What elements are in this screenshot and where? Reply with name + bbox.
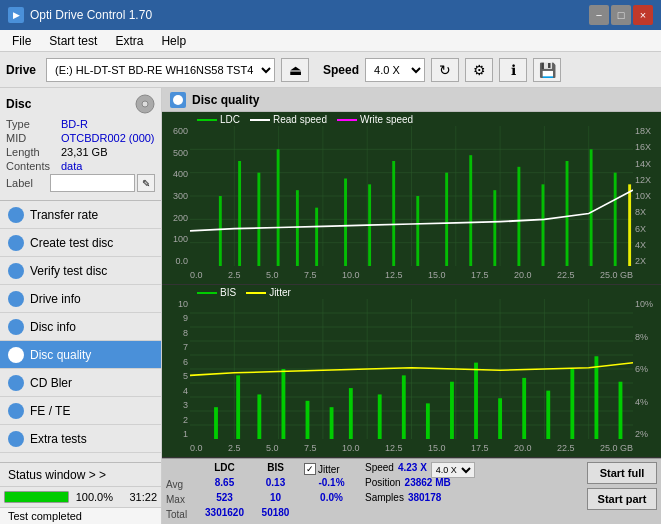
chart-ldc: LDC Read speed Write speed 600 500 400 3… bbox=[162, 112, 661, 285]
menu-start-test[interactable]: Start test bbox=[41, 32, 105, 50]
label-input[interactable] bbox=[50, 174, 135, 192]
mid-value: OTCBDR002 (000) bbox=[61, 132, 155, 144]
status-window-label: Status window > > bbox=[8, 468, 106, 482]
chart2-svg bbox=[190, 299, 633, 439]
main-layout: Disc Type BD-R MID OTCBDR002 (000) Lengt… bbox=[0, 88, 661, 524]
progress-time: 31:22 bbox=[117, 491, 157, 503]
svg-rect-28 bbox=[469, 155, 472, 266]
svg-rect-30 bbox=[517, 167, 520, 266]
svg-rect-70 bbox=[594, 356, 598, 439]
progress-text: 100.0% bbox=[73, 491, 113, 503]
svg-point-2 bbox=[173, 95, 183, 105]
svg-rect-56 bbox=[257, 394, 261, 439]
nav-icon-create-test-disc bbox=[8, 235, 24, 251]
status-window-button[interactable]: Status window > > bbox=[0, 463, 161, 487]
stats-bar: Avg Max Total LDC 8.65 523 3301620 BIS 0… bbox=[162, 458, 661, 524]
progress-row: 100.0% 31:22 bbox=[0, 487, 161, 507]
bis-avg: 0.13 bbox=[253, 477, 298, 491]
nav-label-fe-te: FE / TE bbox=[30, 404, 70, 418]
nav-item-drive-info[interactable]: Drive info bbox=[0, 285, 161, 313]
svg-rect-32 bbox=[566, 161, 569, 266]
svg-rect-23 bbox=[344, 179, 347, 267]
start-full-button[interactable]: Start full bbox=[587, 462, 657, 484]
nav-label-disc-info: Disc info bbox=[30, 320, 76, 334]
nav-icon-transfer-rate bbox=[8, 207, 24, 223]
content-header: Disc quality bbox=[162, 88, 661, 112]
nav-label-extra-tests: Extra tests bbox=[30, 432, 87, 446]
nav-item-fe-te[interactable]: FE / TE bbox=[0, 397, 161, 425]
svg-rect-67 bbox=[522, 378, 526, 439]
svg-rect-65 bbox=[474, 363, 478, 439]
status-text: Test completed bbox=[0, 507, 161, 524]
position-label: Position bbox=[365, 477, 401, 491]
menu-file[interactable]: File bbox=[4, 32, 39, 50]
svg-rect-63 bbox=[426, 403, 430, 439]
sidebar: Disc Type BD-R MID OTCBDR002 (000) Lengt… bbox=[0, 88, 162, 524]
samples-value: 380178 bbox=[408, 492, 441, 506]
svg-rect-58 bbox=[306, 401, 310, 439]
app-title: Opti Drive Control 1.70 bbox=[30, 8, 152, 22]
svg-rect-17 bbox=[219, 196, 222, 266]
save-button[interactable]: 💾 bbox=[533, 58, 561, 82]
svg-rect-68 bbox=[546, 391, 550, 439]
disc-title: Disc bbox=[6, 97, 31, 111]
jitter-checkbox[interactable]: ✓ bbox=[304, 463, 316, 475]
speed-label: Speed bbox=[323, 63, 359, 77]
drive-select[interactable]: (E:) HL-DT-ST BD-RE WH16NS58 TST4 bbox=[46, 58, 275, 82]
nav-items: Transfer rate Create test disc Verify te… bbox=[0, 201, 161, 462]
nav-label-disc-quality: Disc quality bbox=[30, 348, 91, 362]
nav-item-disc-quality[interactable]: Disc quality bbox=[0, 341, 161, 369]
speed-stat-value: 4.23 X bbox=[398, 462, 427, 476]
nav-label-create-test-disc: Create test disc bbox=[30, 236, 113, 250]
minimize-button[interactable]: − bbox=[589, 5, 609, 25]
nav-item-verify-test-disc[interactable]: Verify test disc bbox=[0, 257, 161, 285]
svg-rect-64 bbox=[450, 382, 454, 439]
app-icon: ▶ bbox=[8, 7, 24, 23]
chart1-svg bbox=[190, 126, 633, 266]
close-button[interactable]: × bbox=[633, 5, 653, 25]
nav-item-disc-info[interactable]: Disc info bbox=[0, 313, 161, 341]
refresh-button[interactable]: ↻ bbox=[431, 58, 459, 82]
speed-stat-select[interactable]: 4.0 X bbox=[431, 462, 475, 478]
speed-stat-label: Speed bbox=[365, 462, 394, 476]
contents-value: data bbox=[61, 160, 82, 172]
nav-item-transfer-rate[interactable]: Transfer rate bbox=[0, 201, 161, 229]
type-label: Type bbox=[6, 118, 61, 130]
svg-rect-31 bbox=[542, 184, 545, 266]
mid-label: MID bbox=[6, 132, 61, 144]
ldc-avg: 8.65 bbox=[202, 477, 247, 491]
speed-select[interactable]: 4.0 X bbox=[365, 58, 425, 82]
samples-label: Samples bbox=[365, 492, 404, 506]
nav-item-extra-tests[interactable]: Extra tests bbox=[0, 425, 161, 453]
settings-button[interactable]: ⚙ bbox=[465, 58, 493, 82]
info-button[interactable]: ℹ bbox=[499, 58, 527, 82]
nav-icon-fe-te bbox=[8, 403, 24, 419]
nav-icon-disc-info bbox=[8, 319, 24, 335]
disc-panel: Disc Type BD-R MID OTCBDR002 (000) Lengt… bbox=[0, 88, 161, 201]
content-area: Disc quality LDC Read speed Write speed … bbox=[162, 88, 661, 524]
progress-bar-fill bbox=[5, 492, 68, 502]
ldc-header: LDC bbox=[202, 462, 247, 476]
bis-max: 10 bbox=[253, 492, 298, 506]
label-button[interactable]: ✎ bbox=[137, 174, 155, 192]
svg-rect-61 bbox=[378, 394, 382, 439]
nav-item-create-test-disc[interactable]: Create test disc bbox=[0, 229, 161, 257]
chart-bis: BIS Jitter 10 9 8 7 6 5 4 3 2 1 bbox=[162, 285, 661, 458]
chart2-area bbox=[190, 299, 633, 439]
svg-rect-69 bbox=[570, 369, 574, 439]
chart1-area bbox=[190, 126, 633, 266]
nav-label-cd-bler: CD Bler bbox=[30, 376, 72, 390]
eject-button[interactable]: ⏏ bbox=[281, 58, 309, 82]
svg-point-1 bbox=[142, 101, 148, 107]
nav-item-cd-bler[interactable]: CD Bler bbox=[0, 369, 161, 397]
menu-extra[interactable]: Extra bbox=[107, 32, 151, 50]
ldc-max: 523 bbox=[202, 492, 247, 506]
start-part-button[interactable]: Start part bbox=[587, 488, 657, 510]
maximize-button[interactable]: □ bbox=[611, 5, 631, 25]
jitter-max: 0.0% bbox=[304, 492, 359, 506]
menu-help[interactable]: Help bbox=[153, 32, 194, 50]
svg-rect-27 bbox=[445, 173, 448, 266]
label-label: Label bbox=[6, 177, 50, 189]
nav-icon-extra-tests bbox=[8, 431, 24, 447]
svg-rect-55 bbox=[236, 375, 240, 439]
